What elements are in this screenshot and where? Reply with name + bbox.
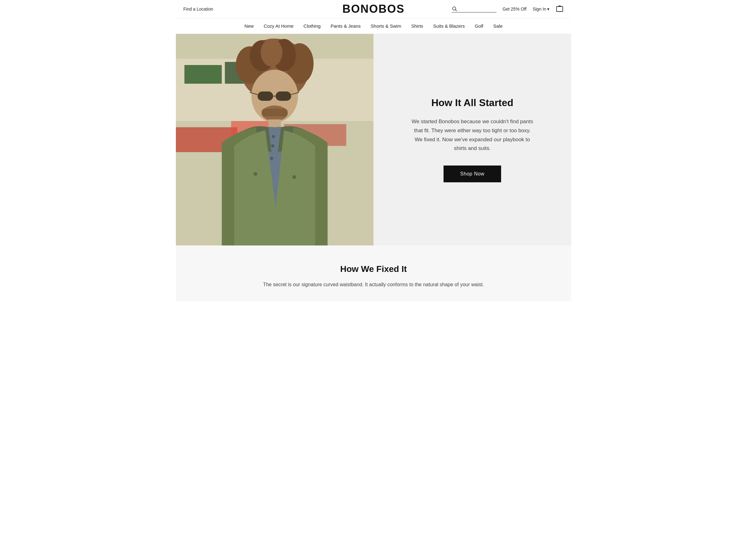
utility-bar: Find a Location BONOBOS Get 25% Off Sign… [176,0,571,18]
svg-rect-6 [185,65,222,84]
nav-item-shirts[interactable]: Shirts [411,23,423,29]
svg-point-0 [453,7,456,10]
search-icon [452,6,457,11]
hero-description: We started Bonobos because we couldn't f… [410,117,535,153]
hero-content: How It All Started We started Bonobos be… [374,34,571,245]
nav-item-clothing[interactable]: Clothing [304,23,320,29]
nav-item-pants-jeans[interactable]: Pants & Jeans [331,23,361,29]
svg-point-29 [272,144,275,148]
svg-rect-19 [276,91,291,101]
nav-item-cozy-at-home[interactable]: Cozy At Home [264,23,293,29]
nav-item-sale[interactable]: Sale [493,23,503,29]
nav-item-suits-blazers[interactable]: Suits & Blazers [433,23,465,29]
shop-now-button[interactable]: Shop Now [443,165,501,182]
sign-in-button[interactable]: Sign In ▾ [533,6,549,11]
svg-point-16 [261,38,283,66]
site-logo[interactable]: BONOBOS [342,2,405,15]
search-input[interactable] [459,6,496,11]
search-container [452,6,496,12]
hero-section: How It All Started We started Bonobos be… [176,34,571,245]
nav-item-new[interactable]: New [244,23,254,29]
svg-rect-18 [258,91,273,101]
hero-image-svg [176,34,374,245]
below-hero-text: The secret is our signature curved waist… [252,280,495,289]
cart-icon[interactable] [556,4,564,14]
below-hero-section: How We Fixed It The secret is our signat… [176,245,571,301]
svg-point-28 [272,135,275,138]
svg-rect-26 [262,109,288,116]
below-hero-title: How We Fixed It [188,264,559,274]
nav-item-shorts-swim[interactable]: Shorts & Swim [371,23,401,29]
nav-item-golf[interactable]: Golf [475,23,483,29]
svg-line-1 [455,10,457,11]
hero-image-placeholder [176,34,374,245]
svg-point-31 [254,172,257,176]
utility-right: Get 25% Off Sign In ▾ [452,4,564,14]
find-location-link[interactable]: Find a Location [183,6,213,11]
svg-point-30 [270,157,273,160]
svg-point-23 [256,90,260,93]
logo-container: BONOBOS [342,2,405,16]
svg-point-32 [292,175,296,179]
svg-point-24 [288,90,293,93]
get-discount-link[interactable]: Get 25% Off [503,6,526,11]
svg-rect-2 [557,6,563,11]
hero-image [176,34,374,245]
hero-title: How It All Started [431,97,514,109]
main-nav: New Cozy At Home Clothing Pants & Jeans … [176,18,571,34]
